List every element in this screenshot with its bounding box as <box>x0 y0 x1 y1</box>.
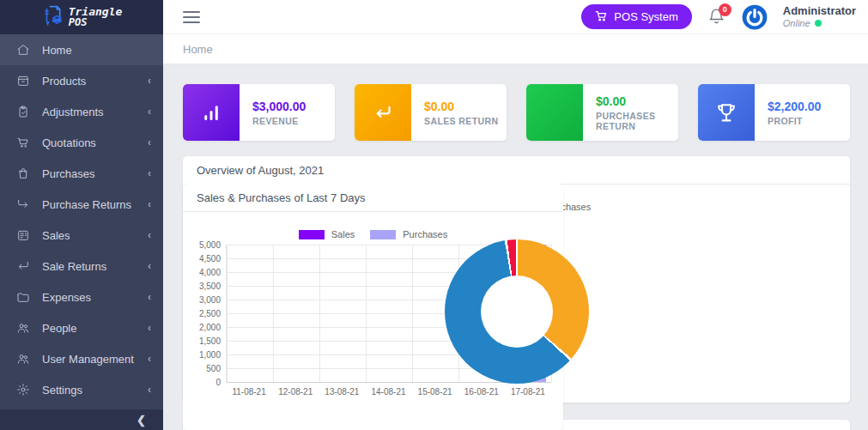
sidebar-item-label: Quotations <box>42 136 148 149</box>
gridline-vertical <box>366 245 367 382</box>
stat-label: REVENUE <box>252 116 306 126</box>
main-column: POS System 0 <box>163 0 868 430</box>
notification-badge: 0 <box>719 3 731 16</box>
donut-chart-header: Overview of August, 2021 <box>183 156 850 185</box>
sidebar-item-quotations[interactable]: Quotations‹ <box>0 127 163 158</box>
bar-chart-legend: SalesPurchases <box>183 229 563 239</box>
cart-icon <box>15 136 30 150</box>
online-status-dot <box>815 20 822 27</box>
newspaper-icon <box>15 228 30 243</box>
sidebar-item-label: Purchase Returns <box>42 198 148 211</box>
stat-card-revenue[interactable]: $3,000.00REVENUE <box>183 84 335 141</box>
pos-button-label: POS System <box>614 10 677 23</box>
legend-label: Purchases <box>403 229 447 239</box>
sidebar-item-people[interactable]: People‹ <box>0 312 163 343</box>
user-status-label: Online <box>783 17 810 29</box>
sidebar-item-sales[interactable]: Sales‹ <box>0 220 163 251</box>
chevron-left-icon: ‹ <box>148 75 151 87</box>
sidebar-item-label: Products <box>42 75 148 88</box>
stat-amount: $2,200.00 <box>768 100 821 113</box>
cart-icon <box>595 9 608 25</box>
sidebar-item-expenses[interactable]: Expenses‹ <box>0 282 163 312</box>
bar-chart-icon <box>183 84 240 141</box>
dashboard-content: $3,000.00REVENUE$0.00SALES RETURN$0.00PU… <box>163 64 868 430</box>
app-root: Triangle POS HomeProducts‹Adjustments‹Qu… <box>0 0 868 430</box>
chevron-left-icon: ‹ <box>148 260 151 272</box>
breadcrumb-bar: Home <box>163 34 868 64</box>
x-axis-tick: 12-08-21 <box>272 387 319 397</box>
chevron-left-icon: ‹ <box>148 167 151 179</box>
legend-item-purchases[interactable]: Purchases <box>370 229 447 239</box>
home-icon <box>15 43 30 58</box>
x-axis-tick: 14-08-21 <box>365 387 411 397</box>
stat-amount: $0.00 <box>424 100 498 113</box>
sidebar-item-products[interactable]: Products‹ <box>0 65 163 96</box>
stat-info: $0.00PURCHASES RETURN <box>583 94 678 131</box>
sidebar-collapse-button[interactable]: ❮ <box>0 409 163 430</box>
stat-amount: $3,000.00 <box>252 100 306 113</box>
y-axis-tick: 4,500 <box>199 254 221 263</box>
chevron-left-icon: ‹ <box>148 384 151 396</box>
y-axis-tick: 0 <box>215 378 221 387</box>
chevron-left-icon: ‹ <box>148 353 151 365</box>
legend-label: Sales <box>331 229 355 239</box>
y-axis-tick: 3,500 <box>199 282 221 291</box>
sidebar-nav: HomeProducts‹Adjustments‹Quotations‹Purc… <box>0 34 163 409</box>
users-icon <box>15 321 30 336</box>
y-axis-tick: 5,000 <box>199 240 221 250</box>
sidebar-item-user-management[interactable]: User Management‹ <box>0 343 163 374</box>
corner-down-right-icon <box>526 84 583 141</box>
stat-info: $0.00SALES RETURN <box>411 100 498 126</box>
shopping-bag-icon <box>15 167 30 181</box>
corner-down-left-icon <box>15 259 30 274</box>
sidebar-item-purchases[interactable]: Purchases‹ <box>0 158 163 189</box>
sidebar-item-home[interactable]: Home <box>0 34 163 65</box>
sidebar-item-settings[interactable]: Settings‹ <box>0 374 163 405</box>
chevron-left-icon: ‹ <box>148 198 151 210</box>
sidebar-item-purchase-returns[interactable]: Purchase Returns‹ <box>0 189 163 220</box>
y-axis-tick: 1,000 <box>199 350 221 360</box>
gridline-vertical <box>227 245 228 382</box>
x-axis-tick: 17-08-21 <box>505 387 551 397</box>
y-axis-tick: 1,500 <box>199 336 221 346</box>
chevron-left-icon: ‹ <box>148 322 151 334</box>
stat-info: $3,000.00REVENUE <box>240 100 306 126</box>
stat-info: $2,200.00PROFIT <box>755 100 821 126</box>
bar-chart-x-axis: 11-08-2112-08-2113-08-2114-08-2115-08-21… <box>226 387 551 397</box>
legend-swatch <box>299 230 325 239</box>
hamburger-menu-icon[interactable] <box>183 11 200 23</box>
chevron-left-icon: ‹ <box>148 136 151 148</box>
notifications-button[interactable]: 0 <box>707 7 726 27</box>
breadcrumb[interactable]: Home <box>183 43 213 56</box>
users-icon <box>15 352 30 366</box>
logo-subtitle: POS <box>69 16 88 28</box>
x-axis-tick: 13-08-21 <box>319 387 365 397</box>
chevron-left-icon: ❮ <box>137 414 146 427</box>
corner-down-right-icon <box>15 197 30 212</box>
y-axis-tick: 2,000 <box>199 323 221 332</box>
sidebar-item-label: Home <box>42 44 151 57</box>
gridline-vertical <box>412 245 413 382</box>
stat-card-profit[interactable]: $2,200.00PROFIT <box>698 84 850 141</box>
x-axis-tick: 15-08-21 <box>412 387 458 397</box>
triangle-pos-logo-icon <box>41 4 64 31</box>
donut-ring[interactable] <box>445 239 589 384</box>
stat-card-purchases-return[interactable]: $0.00PURCHASES RETURN <box>526 84 678 141</box>
legend-swatch <box>370 230 396 239</box>
sidebar-item-label: User Management <box>42 353 148 366</box>
top-bar: POS System 0 <box>163 0 868 34</box>
stats-row: $3,000.00REVENUE$0.00SALES RETURN$0.00PU… <box>183 84 850 141</box>
user-info[interactable]: Administrator Online <box>783 5 856 29</box>
clipboard-check-icon <box>15 105 30 119</box>
sidebar-item-label: Settings <box>42 384 148 397</box>
legend-item-sales[interactable]: Sales <box>299 229 355 239</box>
stat-card-sales-return[interactable]: $0.00SALES RETURN <box>355 84 507 141</box>
app-logo[interactable]: Triangle POS <box>0 0 163 34</box>
donut-chart-title: Overview of August, 2021 <box>197 164 324 177</box>
sidebar-item-adjustments[interactable]: Adjustments‹ <box>0 96 163 127</box>
sidebar-item-sale-returns[interactable]: Sale Returns‹ <box>0 251 163 282</box>
box-icon <box>15 74 30 88</box>
sidebar-item-label: Adjustments <box>42 106 148 118</box>
pos-system-button[interactable]: POS System <box>581 4 691 29</box>
user-avatar[interactable] <box>742 4 768 30</box>
